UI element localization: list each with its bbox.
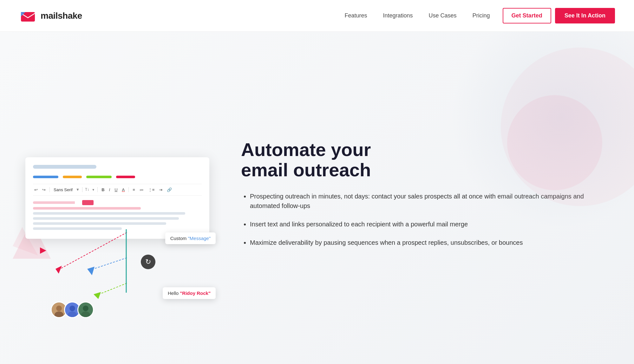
bullet-item-1: Prospecting outreach in minutes, not day… <box>250 192 609 211</box>
tab-green <box>86 176 112 178</box>
hero-title: Automate your email outreach <box>241 140 609 180</box>
font-selector[interactable]: Sans Serif <box>52 187 74 193</box>
see-it-in-action-button[interactable]: See It In Action <box>555 8 615 23</box>
avatar-group <box>51 302 94 318</box>
list-unordered-icon[interactable]: ⋮≡ <box>147 187 156 193</box>
svg-point-14 <box>55 311 63 318</box>
logo-text: mailshake <box>41 11 82 21</box>
tab-yellow <box>63 176 82 178</box>
svg-line-7 <box>89 258 127 270</box>
popup-card-custom-message: Custom "Message" <box>165 232 216 244</box>
nav-item-integrations[interactable]: Integrations <box>383 12 413 19</box>
popup-card-hello-name: Hello "Ridoy Rock" <box>163 287 216 299</box>
content-line-highlight <box>33 207 141 210</box>
svg-marker-6 <box>56 266 62 274</box>
align-icon[interactable]: ≡ <box>131 187 136 193</box>
tab-blue <box>33 176 58 178</box>
logo-area[interactable]: mailshake <box>19 7 82 25</box>
nav-item-use-cases[interactable]: Use Cases <box>429 12 457 19</box>
svg-point-13 <box>56 305 62 311</box>
toolbar-separator-2 <box>82 187 82 192</box>
undo-icon[interactable]: ↩ <box>33 187 39 193</box>
bold-icon[interactable]: B <box>100 187 106 193</box>
nav-links: Features Integrations Use Cases Pricing <box>344 12 490 19</box>
hero-bullets-list: Prospecting outreach in minutes, not day… <box>241 192 609 247</box>
get-started-button[interactable]: Get Started <box>503 8 551 23</box>
send-arrow-icon: ▶ <box>40 245 46 255</box>
underline-icon[interactable]: U <box>113 187 119 193</box>
font-dropdown-icon[interactable]: ▼ <box>76 187 80 192</box>
redo-icon[interactable]: ↪ <box>41 187 47 193</box>
color-icon[interactable]: A <box>121 187 126 193</box>
svg-marker-10 <box>94 292 101 299</box>
svg-line-9 <box>95 283 127 296</box>
content-line-3 <box>33 222 166 225</box>
svg-marker-8 <box>87 267 95 275</box>
nav-item-pricing[interactable]: Pricing <box>473 12 490 19</box>
text-size-dropdown[interactable]: ▼ <box>92 188 95 192</box>
editor-top-bar <box>33 165 96 169</box>
svg-point-19 <box>83 305 88 311</box>
avatar-3 <box>77 302 94 318</box>
pink-accent <box>82 200 94 205</box>
bullet-item-3: Maximize deliverability by pausing seque… <box>250 238 609 247</box>
sync-icon: ↻ <box>141 255 155 269</box>
list-ordered-icon[interactable]: ≔ <box>138 187 145 193</box>
content-line-2 <box>33 217 179 220</box>
svg-line-5 <box>57 232 127 270</box>
editor-line-pink <box>33 201 103 204</box>
nav-item-features[interactable]: Features <box>344 12 367 19</box>
toolbar-separator <box>49 187 50 192</box>
toolbar-separator-4 <box>128 187 129 192</box>
italic-icon[interactable]: I <box>108 187 112 193</box>
tab-red <box>116 176 135 178</box>
indent-icon[interactable]: ⇥ <box>158 187 164 193</box>
editor-toolbar: ↩ ↪ Sans Serif ▼ T↕ ▼ B I U A ≡ ≔ ⋮≡ ⇥ 🔗 <box>33 184 202 196</box>
hero-section: ↩ ↪ Sans Serif ▼ T↕ ▼ B I U A ≡ ≔ ⋮≡ ⇥ 🔗 <box>0 32 634 364</box>
hero-illustration: ↩ ↪ Sans Serif ▼ T↕ ▼ B I U A ≡ ≔ ⋮≡ ⇥ 🔗 <box>25 157 209 239</box>
toolbar-separator-3 <box>97 187 98 192</box>
navigation: mailshake Features Integrations Use Case… <box>0 0 634 32</box>
svg-point-20 <box>81 311 90 318</box>
svg-point-16 <box>69 305 75 311</box>
editor-content-lines <box>33 207 202 230</box>
hero-text: Automate your email outreach Prospecting… <box>228 140 609 256</box>
content-line-1 <box>33 212 185 215</box>
link-icon[interactable]: 🔗 <box>166 187 173 193</box>
editor-tabs <box>33 176 202 178</box>
text-size-icon[interactable]: T↕ <box>85 187 89 192</box>
logo-icon <box>19 7 37 25</box>
svg-point-17 <box>68 311 77 318</box>
email-editor-mock: ↩ ↪ Sans Serif ▼ T↕ ▼ B I U A ≡ ≔ ⋮≡ ⇥ 🔗 <box>25 157 209 239</box>
arrow-area: ▶ ↻ Custom "Message" Hello "Ridoy Rock" <box>25 229 222 309</box>
bullet-item-2: Insert text and links personalized to ea… <box>250 219 609 229</box>
